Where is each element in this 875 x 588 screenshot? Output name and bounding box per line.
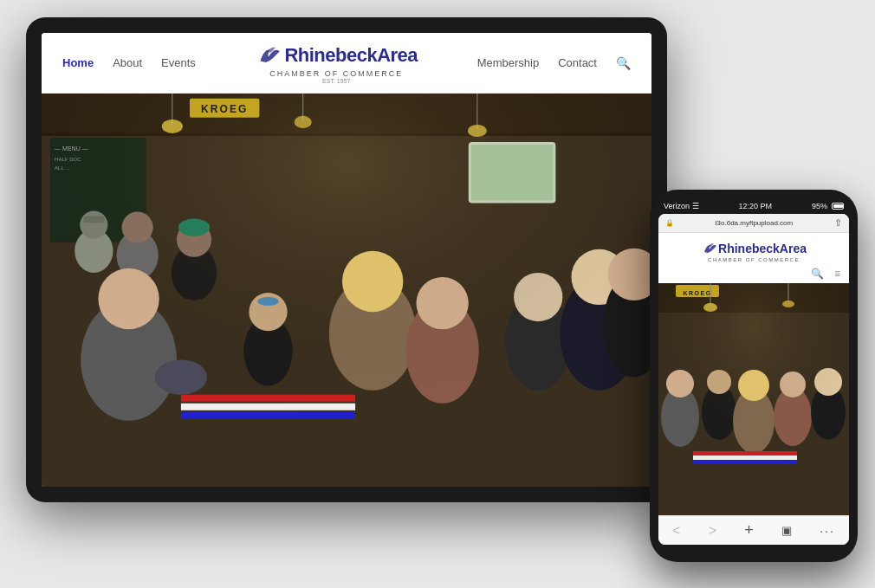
phone-forward-icon[interactable]: > (709, 523, 716, 539)
phone-logo-area: RhinebeckArea CHAMBER OF COMMERCE (658, 233, 849, 266)
phone-status-bar: Verizon ☰ 12:20 PM 95% (658, 200, 849, 214)
phone-battery: 95% (812, 202, 844, 210)
phone-time: 12:20 PM (738, 202, 772, 210)
phone-more-icon[interactable]: ··· (820, 524, 835, 538)
nav-right: Membership Contact 🔍 (477, 56, 631, 70)
phone-share-icon[interactable]: ⇧ (834, 217, 842, 229)
phone-tabs-icon[interactable]: ▣ (781, 524, 792, 537)
phone-logo: RhinebeckArea (701, 240, 807, 257)
tablet-screen: Home About Events RhinebeckArea CHAMBER (42, 33, 651, 487)
phone-lock-icon: 🔒 (665, 219, 674, 227)
phone-logo-name: RhinebeckArea (718, 242, 807, 255)
nav-about[interactable]: About (113, 56, 142, 69)
logo-text: RhinebeckArea (255, 42, 418, 69)
nav-home[interactable]: Home (62, 56, 94, 69)
search-icon[interactable]: 🔍 (616, 56, 631, 70)
phone-logo-bird-icon (701, 240, 718, 257)
logo-bird-icon (255, 42, 282, 69)
phone-add-icon[interactable]: + (744, 521, 754, 540)
tablet-navbar: Home About Events RhinebeckArea CHAMBER (42, 33, 651, 94)
tablet-hero: KROEG — MENU — HALF DOC ALL ... (42, 94, 651, 487)
phone-crowd-scene: KROEG (658, 283, 849, 515)
phone-menu-icon[interactable]: ≡ (834, 268, 840, 280)
logo-sub: CHAMBER OF COMMERCE (269, 69, 403, 78)
phone-url-bar[interactable]: 🔒 l3o.6da.myftpupload.com ⇧ (658, 214, 849, 233)
nav-membership[interactable]: Membership (477, 56, 540, 69)
phone-carrier: Verizon ☰ (664, 202, 699, 210)
svg-rect-44 (42, 94, 651, 487)
phone-device: Verizon ☰ 12:20 PM 95% 🔒 l3o.6da.myftpup… (650, 190, 858, 562)
phone-hero: KROEG (658, 283, 849, 515)
tablet-device: Home About Events RhinebeckArea CHAMBER (26, 17, 667, 502)
phone-screen: 🔒 l3o.6da.myftpupload.com ⇧ RhinebeckAre… (658, 214, 849, 545)
logo-name: RhinebeckArea (284, 44, 418, 67)
nav-contact[interactable]: Contact (558, 56, 597, 69)
logo-est: EST. 1957 (322, 78, 350, 84)
svg-rect-66 (658, 283, 849, 515)
phone-logo-sub: CHAMBER OF COMMERCE (708, 257, 800, 262)
crowd-scene: KROEG — MENU — HALF DOC ALL ... (42, 94, 651, 487)
phone-nav-icons: 🔍 ≡ (658, 266, 849, 283)
phone-search-icon[interactable]: 🔍 (811, 268, 824, 280)
phone-url-text: l3o.6da.myftpupload.com (677, 219, 831, 227)
tablet-logo: RhinebeckArea CHAMBER OF COMMERCE EST. 1… (255, 42, 418, 84)
nav-left: Home About Events (62, 56, 196, 69)
scene: Home About Events RhinebeckArea CHAMBER (0, 0, 875, 588)
phone-back-icon[interactable]: < (672, 523, 680, 539)
phone-bottom-bar: < > + ▣ ··· (658, 515, 849, 545)
nav-events[interactable]: Events (161, 56, 196, 69)
